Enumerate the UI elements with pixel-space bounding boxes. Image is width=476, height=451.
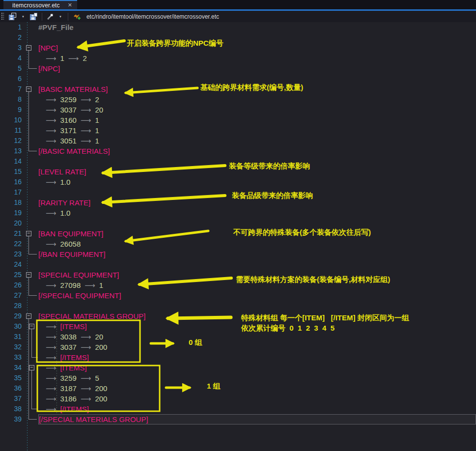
code-text[interactable]: [/BASIC MATERIALS] (38, 146, 476, 156)
code-text[interactable]: [NPC] (38, 43, 476, 53)
code-text[interactable]: ⟶3038⟶20 (38, 332, 476, 342)
code-text[interactable]: ⟶3037⟶20 (38, 105, 476, 115)
save-options-button[interactable]: ▼ (19, 15, 28, 19)
code-text[interactable]: ⟶[/ITEMS] (38, 404, 476, 414)
fold-toggle-icon[interactable]: − (26, 45, 31, 51)
line-number: 20 (0, 218, 26, 228)
code-line[interactable]: 20 (0, 218, 476, 228)
code-text[interactable]: ⟶3051⟶1 (38, 136, 476, 146)
code-line[interactable]: 7−[BASIC MATERIALS] (0, 84, 476, 94)
code-line[interactable]: 14 (0, 156, 476, 167)
code-line[interactable]: 2 (0, 32, 476, 43)
code-line[interactable]: 31⟶3038⟶20 (0, 332, 476, 342)
code-line[interactable]: 18[RARITY RATE] (0, 197, 476, 208)
code-token: [/NPC] (38, 64, 60, 73)
code-text[interactable]: [/SPECIAL MATERIALS GROUP] (38, 414, 476, 424)
code-line[interactable]: 15[LEVEL RATE] (0, 167, 476, 177)
code-text[interactable] (38, 32, 476, 43)
line-number: 34 (0, 363, 26, 373)
save-button[interactable] (7, 12, 18, 21)
close-icon[interactable]: ✕ (68, 2, 72, 8)
code-text[interactable]: [LEVEL RATE] (38, 167, 476, 177)
fold-toggle-icon[interactable]: − (29, 365, 34, 370)
code-line[interactable]: 38⟶[/ITEMS] (0, 404, 476, 414)
code-line[interactable]: 3−[NPC] (0, 43, 476, 53)
code-line[interactable]: 8⟶3259⟶2 (0, 94, 476, 105)
code-line[interactable]: 36⟶3187⟶200 (0, 383, 476, 394)
code-line[interactable]: 4⟶1⟶2 (0, 53, 476, 63)
code-line[interactable]: 32⟶3037⟶200 (0, 342, 476, 352)
code-line[interactable]: 6 (0, 74, 476, 84)
code-text[interactable]: ⟶1.0 (38, 208, 476, 218)
code-text[interactable] (38, 156, 476, 167)
code-line[interactable]: 22⟶26058 (0, 239, 476, 249)
add-node-button[interactable] (71, 12, 82, 21)
fold-toggle-icon[interactable]: − (29, 324, 34, 329)
code-text[interactable]: [SPECIAL MATERIALS GROUP] (38, 311, 476, 321)
code-text[interactable]: ⟶3259⟶5 (38, 373, 476, 383)
code-line[interactable]: 35⟶3259⟶5 (0, 373, 476, 383)
code-line[interactable]: 27[/SPECIAL EQUIPMENT] (0, 290, 476, 301)
code-editor[interactable]: 1#PVF_File23−[NPC]4⟶1⟶25[/NPC]67−[BASIC … (0, 22, 476, 451)
code-line[interactable]: 9⟶3037⟶20 (0, 105, 476, 115)
code-token: [ITEMS] (60, 322, 87, 331)
code-line[interactable]: 5[/NPC] (0, 63, 476, 74)
code-line[interactable]: 13[/BASIC MATERIALS] (0, 146, 476, 156)
code-text[interactable]: [BASIC MATERIALS] (38, 84, 476, 94)
code-text[interactable]: ⟶[ITEMS] (38, 321, 476, 332)
code-text[interactable]: ⟶3171⟶1 (38, 125, 476, 136)
code-text[interactable]: [/BAN EQUIPMENT] (38, 249, 476, 259)
code-line[interactable]: 26⟶27098⟶1 (0, 280, 476, 290)
code-text[interactable]: ⟶3186⟶200 (38, 394, 476, 404)
tool-options-button[interactable]: ▼ (56, 15, 65, 19)
toolbar-grip-handle[interactable] (1, 12, 4, 21)
code-line[interactable]: 19⟶1.0 (0, 208, 476, 218)
code-line[interactable]: 39[/SPECIAL MATERIALS GROUP] (0, 414, 476, 424)
code-line[interactable]: 25−[SPECIAL EQUIPMENT] (0, 270, 476, 280)
code-text[interactable]: #PVF_File (38, 22, 476, 32)
code-text[interactable]: [SPECIAL EQUIPMENT] (38, 270, 476, 280)
fold-toggle-icon[interactable]: − (26, 86, 31, 92)
code-line[interactable]: 1#PVF_File (0, 22, 476, 32)
code-line[interactable]: 17 (0, 187, 476, 197)
save-as-button[interactable] (28, 12, 39, 21)
code-text[interactable]: ⟶3037⟶200 (38, 342, 476, 352)
code-token: [/SPECIAL MATERIALS GROUP] (39, 415, 148, 423)
code-line[interactable]: 21−[BAN EQUIPMENT] (0, 228, 476, 239)
code-line[interactable]: 30−⟶[ITEMS] (0, 321, 476, 332)
code-line[interactable]: 23[/BAN EQUIPMENT] (0, 249, 476, 259)
code-text[interactable]: ⟶[/ITEMS] (38, 352, 476, 363)
code-line[interactable]: 29−[SPECIAL MATERIALS GROUP] (0, 311, 476, 321)
code-text[interactable] (38, 74, 476, 84)
code-text[interactable]: ⟶3187⟶200 (38, 383, 476, 394)
fold-toggle-icon[interactable]: − (26, 313, 31, 319)
code-line[interactable]: 16⟶1.0 (0, 177, 476, 187)
code-text[interactable]: ⟶27098⟶1 (38, 280, 476, 290)
code-text[interactable]: ⟶3160⟶1 (38, 115, 476, 125)
code-text[interactable]: ⟶[ITEMS] (38, 363, 476, 373)
code-text[interactable]: ⟶26058 (38, 239, 476, 249)
code-text[interactable] (38, 259, 476, 270)
code-line[interactable]: 33⟶[/ITEMS] (0, 352, 476, 363)
code-text[interactable]: [/SPECIAL EQUIPMENT] (38, 290, 476, 301)
code-text[interactable] (38, 187, 476, 197)
code-text[interactable]: [BAN EQUIPMENT] (38, 228, 476, 239)
code-text[interactable] (38, 218, 476, 228)
code-text[interactable]: [/NPC] (38, 63, 476, 74)
code-line[interactable]: 11⟶3171⟶1 (0, 125, 476, 136)
code-line[interactable]: 12⟶3051⟶1 (0, 136, 476, 146)
code-line[interactable]: 28 (0, 301, 476, 311)
fold-toggle-icon[interactable]: − (26, 272, 31, 278)
fold-toggle-icon[interactable]: − (26, 231, 31, 236)
code-text[interactable]: [RARITY RATE] (38, 197, 476, 208)
code-line[interactable]: 37⟶3186⟶200 (0, 394, 476, 404)
tab-itemcrossover[interactable]: itemcrossover.etc ✕ (3, 0, 77, 9)
code-text[interactable]: ⟶1⟶2 (38, 53, 476, 63)
code-text[interactable] (38, 301, 476, 311)
tool-button[interactable] (45, 12, 55, 21)
code-line[interactable]: 24 (0, 259, 476, 270)
code-text[interactable]: ⟶1.0 (38, 177, 476, 187)
code-line[interactable]: 10⟶3160⟶1 (0, 115, 476, 125)
code-line[interactable]: 34−⟶[ITEMS] (0, 363, 476, 373)
code-text[interactable]: ⟶3259⟶2 (38, 94, 476, 105)
